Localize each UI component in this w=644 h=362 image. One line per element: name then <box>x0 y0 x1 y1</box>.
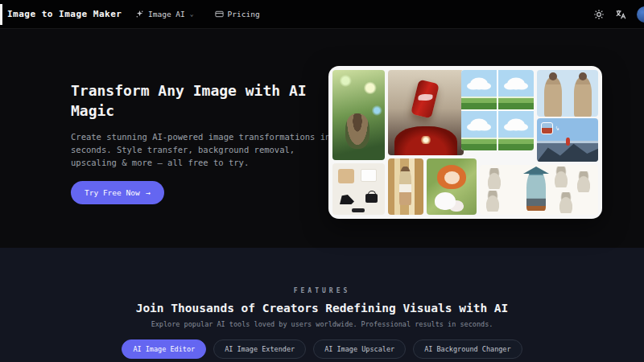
hero-title: Transform Any Image with AI Magic <box>71 80 333 121</box>
nav-item-label: Image AI <box>148 10 185 19</box>
white-dog <box>435 192 456 210</box>
collage-image-woman-coat-before-after <box>537 70 598 117</box>
forest-girl-figure <box>345 113 369 149</box>
tab-ai-image-extender[interactable]: AI Image Extender <box>213 339 306 359</box>
wizard-sketch <box>485 168 504 189</box>
nav-item-image-ai[interactable]: Image AI ⌄ <box>135 10 194 19</box>
nav-right-actions <box>593 6 644 23</box>
cloud-teddy-bear <box>498 111 534 150</box>
translate-icon[interactable] <box>615 9 626 20</box>
features-eyebrow: FEATURES <box>0 287 644 294</box>
hero-collage-card: ⤷ <box>328 66 602 219</box>
inset-thumbnail <box>541 122 553 134</box>
hero-section: Transform Any Image with AI Magic Create… <box>0 29 644 248</box>
wizard-sketch <box>551 167 571 187</box>
cloud-heart <box>498 70 534 109</box>
flatlay-heel <box>340 195 354 204</box>
palm-glow <box>420 136 431 144</box>
avatar[interactable] <box>637 6 644 23</box>
collage-image-fashion-flatlay-outfit <box>332 163 385 215</box>
top-navbar: Image to Image Maker Image AI ⌄ Pricing <box>0 0 644 29</box>
try-free-now-button[interactable]: Try Free Now → <box>71 181 164 204</box>
collage-image-anime-girl-in-forest <box>332 70 385 160</box>
cloud-dove <box>461 70 497 109</box>
nav-menu: Image AI ⌄ Pricing <box>135 10 260 19</box>
curved-arrow-icon: ⤷ <box>554 123 562 133</box>
wizard-colored-figure <box>526 169 546 211</box>
sparkles-icon <box>135 10 144 19</box>
collage-image-woman-street-style-walk <box>388 158 423 215</box>
cloud-clock <box>461 111 497 150</box>
logo-text: Image to Image Maker <box>7 9 122 19</box>
wizard-sketch <box>574 171 593 192</box>
flatlay-bag <box>365 194 378 203</box>
nav-item-label: Pricing <box>228 10 260 19</box>
cta-label: Try Free Now <box>85 188 140 197</box>
nav-item-pricing[interactable]: Pricing <box>215 10 260 19</box>
wizard-sketch <box>483 191 502 212</box>
woman-figure-left <box>544 77 562 117</box>
woman-figure-right <box>574 77 592 117</box>
wizard-sketch <box>556 192 576 213</box>
cola-can <box>411 80 440 119</box>
logo[interactable]: Image to Image Maker <box>0 4 122 25</box>
hiker-figure <box>566 138 570 146</box>
hero-copy: Transform Any Image with AI Magic Create… <box>71 80 333 204</box>
tab-ai-image-editor[interactable]: AI Image Editor <box>122 339 206 359</box>
features-section: FEATURES Join Thousands of Creators Rede… <box>0 248 644 362</box>
walking-woman-figure <box>399 167 411 205</box>
credit-card-icon <box>215 10 224 19</box>
feature-tabs: AI Image Editor AI Image Extender AI Ima… <box>0 339 644 359</box>
features-title: Join Thousands of Creators Redefining Vi… <box>0 302 644 315</box>
anime-girl-face <box>444 171 460 184</box>
collage-image-wizard-character-sketches <box>480 165 598 215</box>
collage-image-hiker-on-mountain-peak: ⤷ <box>537 118 598 162</box>
flatlay-sunglasses <box>352 208 365 212</box>
sun-icon[interactable] <box>593 9 605 20</box>
flatlay-skirt <box>361 169 377 182</box>
tab-ai-background-changer[interactable]: AI Background Changer <box>413 339 522 359</box>
flatlay-top <box>338 169 354 183</box>
logo-mark <box>0 4 2 25</box>
chevron-down-icon: ⌄ <box>190 10 194 18</box>
arrow-right-icon: → <box>146 188 151 197</box>
features-subtitle: Explore popular AI tools loved by users … <box>0 320 644 328</box>
collage-image-cloud-shapes-grid <box>461 70 534 150</box>
tab-ai-image-upscaler[interactable]: AI Image Upscaler <box>313 339 406 359</box>
collage-image-anime-girl-holding-dog <box>427 158 477 215</box>
collage-image-ironman-hand-cola-can <box>388 70 464 155</box>
hero-description: Create stunning AI-powered image transfo… <box>71 130 333 169</box>
